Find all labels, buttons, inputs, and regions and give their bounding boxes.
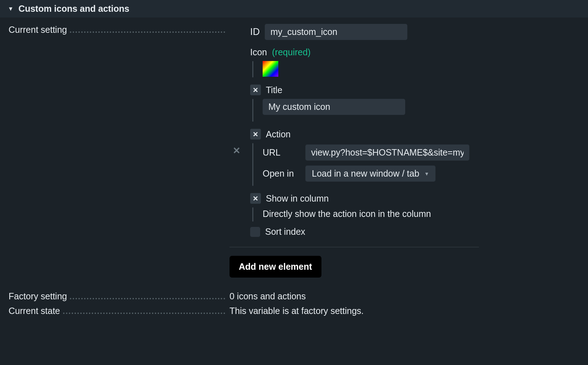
chevron-down-icon: ▼ [424,171,429,177]
url-input[interactable] [305,145,469,161]
factory-setting-label: Factory setting [9,291,69,301]
group-indent-bar [252,143,253,186]
icon-label: Icon [250,47,267,57]
id-input[interactable] [265,24,407,40]
element-divider [229,247,479,247]
collapse-triangle-icon: ▼ [8,6,14,12]
title-label: Title [266,85,282,95]
id-field: ID [250,24,579,40]
current-state-row: Current state This variable is at factor… [9,303,579,316]
sort-index-label: Sort index [265,227,305,237]
delete-element-icon[interactable]: ✕ [233,145,241,156]
add-new-element-button[interactable]: Add new element [229,256,321,278]
current-state-value: This variable is at factory settings. [229,306,364,316]
group-indent-bar [252,61,253,77]
open-in-value: Load in a new window / tab [312,168,419,179]
factory-setting-row: Factory setting 0 icons and actions [9,288,579,301]
url-row: URL [263,145,469,161]
id-label: ID [250,26,260,37]
dotted-leader [63,308,225,314]
title-group: ✕ Title [250,85,579,122]
title-input[interactable] [263,99,405,115]
open-in-select[interactable]: Load in a new window / tab ▼ [305,166,435,182]
section-title: Custom icons and actions [19,4,129,14]
show-in-column-group: ✕ Show in column Directly show the actio… [250,193,579,222]
group-indent-bar [252,99,253,122]
remove-title-icon[interactable]: ✕ [250,85,261,95]
factory-setting-value: 0 icons and actions [229,291,306,301]
sort-index-checkbox[interactable] [250,227,260,237]
current-state-label: Current state [9,306,62,316]
required-marker: (required) [272,47,310,57]
dotted-leader [70,294,225,299]
show-in-column-desc: Directly show the action icon in the col… [263,207,431,220]
remove-show-in-column-icon[interactable]: ✕ [250,193,261,204]
sort-index-group: Sort index [250,227,579,237]
section-header[interactable]: ▼ Custom icons and actions [0,0,588,17]
dotted-leader [70,27,225,33]
action-group: ✕ Action URL Open in [250,129,579,186]
group-indent-bar [252,207,253,222]
action-label: Action [266,129,290,140]
current-setting-row: Current setting ✕ ID Icon [9,22,579,278]
icon-group: Icon (required) [250,47,579,77]
open-in-row: Open in Load in a new window / tab ▼ [263,166,469,182]
icon-picker-swatch[interactable] [263,61,278,77]
show-in-column-label: Show in column [266,193,329,204]
url-label: URL [263,147,299,158]
remove-action-icon[interactable]: ✕ [250,129,261,140]
current-setting-label: Current setting [9,25,69,35]
open-in-label: Open in [263,168,299,179]
